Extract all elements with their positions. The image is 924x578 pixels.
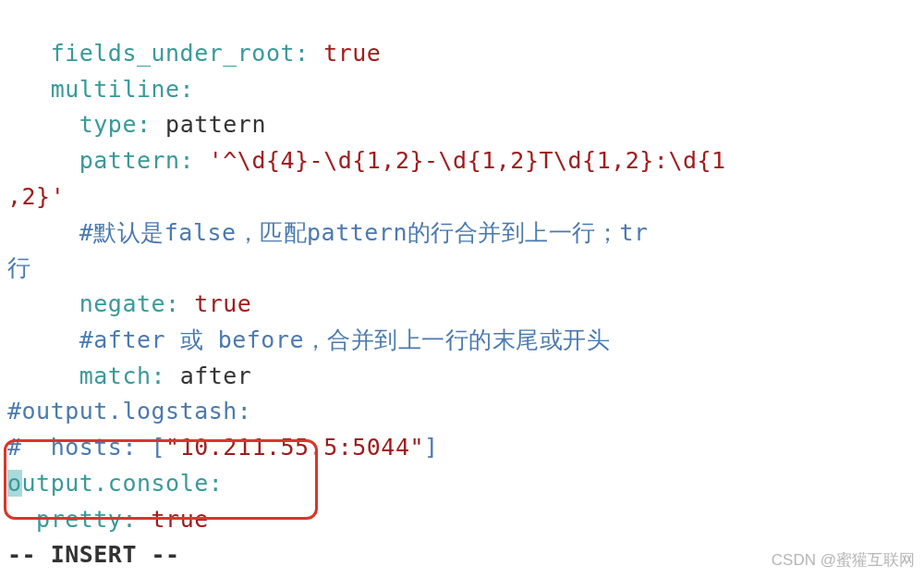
code-line: #output.logstash: [7,398,251,424]
yaml-comment: #output.logstash: [7,398,251,424]
code-line: ,2}' [7,183,65,210]
yaml-value: '^\d{4}-\d{1,2}-\d{1,2}T\d{1,2}:\d{1 [209,147,726,174]
yaml-comment: #after 或 before，合并到上一行的末尾或开头 [79,326,611,353]
yaml-key: type: [79,111,152,138]
code-line: # hosts: ["10.211.55.5:5044"] [7,434,439,461]
yaml-value: pattern [165,111,266,138]
yaml-comment: ] [424,434,439,461]
code-line: type: pattern [7,111,266,138]
yaml-key: multiline: [51,76,195,103]
code-line: #after 或 before，合并到上一行的末尾或开头 [7,326,610,353]
vim-mode-indicator: -- INSERT -- [7,541,180,568]
editor-content[interactable]: fields_under_root: true multiline: type:… [7,0,924,573]
code-line: output.console: [7,470,223,497]
yaml-value: true [152,506,209,533]
yaml-value: ,2}' [7,183,65,210]
yaml-value: true [323,40,381,67]
code-line: match: after [7,363,251,389]
yaml-value: "10.211.55.5:5044" [165,434,424,461]
code-line: 行 [7,254,31,281]
yaml-comment: # hosts: [ [7,434,165,461]
code-line: multiline: [7,76,194,103]
yaml-key: match: [79,363,165,389]
code-line: negate: true [7,290,251,317]
yaml-key: utput.console: [22,470,224,497]
code-line: #默认是false，匹配pattern的行合并到上一行；tr [7,219,649,246]
yaml-comment: 行 [7,254,31,281]
code-line: pattern: '^\d{4}-\d{1,2}-\d{1,2}T\d{1,2}… [7,147,726,174]
watermark-text: CSDN @蜜獾互联网 [772,548,915,572]
cursor-position: o [7,470,22,497]
yaml-value: after [180,363,252,389]
yaml-key: pretty: [36,506,137,533]
code-line: pretty: true [7,506,209,533]
code-line: fields_under_root: true [7,40,381,67]
yaml-comment: #默认是false，匹配pattern的行合并到上一行；tr [79,219,649,246]
yaml-key: fields_under_root: [51,40,310,67]
yaml-key: pattern: [79,147,194,174]
yaml-value: true [194,290,251,317]
yaml-key: negate: [79,290,180,317]
